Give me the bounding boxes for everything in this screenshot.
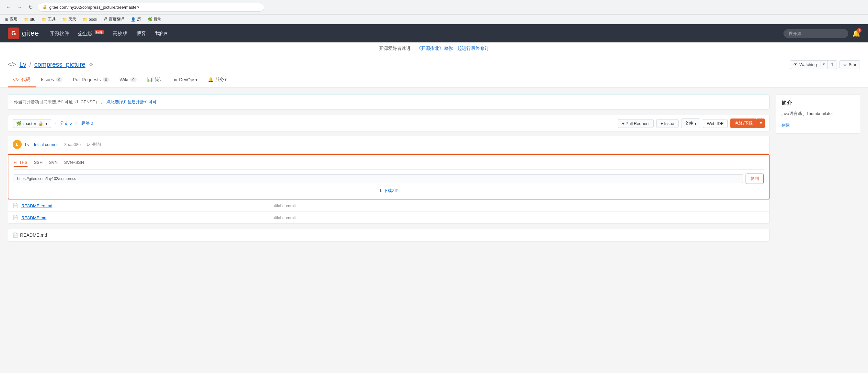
download-zip[interactable]: ⬇ 下载ZIP — [13, 188, 764, 194]
branch-selector[interactable]: 🌿 master 🔒 ▾ — [12, 119, 51, 128]
clone-tab-svnssh[interactable]: SVN+SSH — [64, 160, 84, 167]
nav-blog[interactable]: 博客 — [136, 30, 146, 37]
issue-button[interactable]: + Issue — [656, 119, 678, 128]
readme-title: README.md — [20, 232, 47, 238]
tag-count[interactable]: 标签 0 — [81, 120, 93, 126]
tab-stats[interactable]: 📊 统计 — [142, 73, 169, 87]
bookmark-book[interactable]: 📁 book — [81, 17, 98, 22]
commit-row: L Lv Initial commit 3aaa08e 1小时前 — [8, 136, 770, 153]
license-warning: 你当前开源项目尚未选择许可证（LICENSE）， 点此选择并创建开源许可可 — [8, 94, 770, 110]
watch-count[interactable]: 1 — [828, 61, 837, 69]
watch-label: Watching — [799, 62, 817, 67]
webide-button[interactable]: Web IDE — [703, 119, 728, 128]
commit-hash: 3aaa08e — [64, 142, 81, 147]
bookmark-tools[interactable]: 📁 工具 — [40, 16, 57, 23]
tab-services[interactable]: 🔔 服务▾ — [203, 73, 232, 87]
branch-name: master — [23, 121, 36, 126]
stats-icon: 📊 — [147, 77, 153, 82]
tab-pullrequests[interactable]: Pull Requests 0 — [68, 73, 115, 87]
repo-manage-icon[interactable]: ⚙ — [89, 62, 93, 68]
bookmark-catalog[interactable]: 🌿 目录 — [146, 16, 163, 23]
copy-button[interactable]: 复制 — [746, 174, 764, 184]
commit-message[interactable]: Initial commit — [34, 142, 59, 147]
bookmark-tiantian[interactable]: 📁 天天 — [61, 16, 78, 23]
repo-title: Lv / compress_picture — [20, 61, 86, 68]
gitee-header: G gitee 开源软件 企业版 特惠 高校版 博客 我的▾ 🔔 2 — [0, 24, 868, 42]
address-bar[interactable]: 🔒 gitee.com/lhy102/compress_picture/tree… — [37, 3, 264, 12]
commit-user[interactable]: Lv — [25, 142, 29, 147]
clone-tab-https[interactable]: HTTPS — [13, 160, 28, 167]
sidebar-create-link[interactable]: 创建 — [781, 123, 790, 128]
bookmark-translate[interactable]: 译 百度翻译 — [102, 16, 126, 23]
gitee-logo-text: gitee — [22, 29, 39, 37]
pr-badge: 0 — [103, 77, 109, 82]
readme-file-icon: 📄 — [12, 232, 18, 238]
lock-icon: 🔒 — [42, 5, 47, 9]
tab-code[interactable]: </> 代码 — [8, 73, 36, 87]
tab-issues[interactable]: Issues 0 — [36, 73, 68, 87]
gitee-logo-icon: G — [8, 28, 20, 39]
refresh-button[interactable]: ↻ — [26, 3, 35, 12]
clone-dropdown-arrow[interactable]: ▾ — [757, 119, 765, 128]
file-commit-readme-en: Initial commit — [271, 203, 765, 208]
bookmark-stu[interactable]: 📁 stu — [23, 17, 37, 22]
star-button[interactable]: ☆ Star — [840, 61, 860, 69]
license-create-link[interactable]: 点此选择并创建开源许可可 — [106, 99, 157, 105]
star-label: Star — [848, 62, 856, 67]
banner-link[interactable]: 《开源指北》邀你一起进行最终修订 — [416, 45, 489, 51]
repo-owner-link[interactable]: Lv — [20, 61, 26, 68]
file-btn-label: 文件 — [685, 120, 693, 126]
toolbar-divider-1: ᚱ — [54, 121, 57, 126]
clone-tab-ssh[interactable]: SSH — [34, 160, 43, 167]
commit-avatar: L — [12, 140, 22, 149]
tab-devops[interactable]: ∞ DevOps▾ — [169, 73, 203, 87]
toolbar-right: + Pull Request + Issue 文件 ▾ Web IDE 克隆/下… — [618, 119, 765, 128]
bookmarks-bar: ⊞ 应用 📁 stu 📁 工具 📁 天天 📁 book 译 百度翻译 👤 历 🌿… — [0, 14, 868, 24]
bookmark-tools-label: 工具 — [48, 17, 56, 22]
bookmark-history[interactable]: 👤 历 — [129, 16, 142, 23]
branch-icon: 🌿 — [16, 121, 21, 126]
wiki-badge: 0 — [130, 77, 137, 82]
nav-university[interactable]: 高校版 — [113, 30, 127, 37]
folder-icon-stu: 📁 — [24, 17, 29, 22]
sidebar-card: 简介 java语言基于Thumbnailator 创建 — [776, 94, 860, 134]
star-icon: ☆ — [843, 62, 847, 67]
license-warning-text: 你当前开源项目尚未选择许可证（LICENSE）， — [14, 99, 104, 105]
file-name-readme[interactable]: README.md — [21, 215, 268, 220]
search-input[interactable] — [783, 29, 848, 38]
bookmark-apps[interactable]: ⊞ 应用 — [4, 16, 19, 23]
forward-button[interactable]: → — [15, 3, 24, 12]
main-content: 你当前开源项目尚未选择许可证（LICENSE）， 点此选择并创建开源许可可 🌿 … — [0, 88, 868, 250]
clone-button[interactable]: 克隆/下载 — [730, 119, 757, 128]
catalog-icon: 🌿 — [147, 17, 152, 22]
clone-tab-svn[interactable]: SVN — [49, 160, 58, 167]
star-button-group: ☆ Star — [839, 60, 860, 69]
file-name-readme-en[interactable]: README.en.md — [21, 203, 268, 208]
file-button[interactable]: 文件 ▾ — [681, 119, 700, 128]
clone-button-group: 克隆/下载 ▾ — [730, 119, 765, 128]
pull-request-button[interactable]: + Pull Request — [618, 119, 654, 128]
enterprise-badge: 特惠 — [95, 30, 104, 34]
browser-chrome: ← → ↻ 🔒 gitee.com/lhy102/compress_pictur… — [0, 0, 868, 14]
download-zip-link[interactable]: 下载ZIP — [383, 188, 398, 193]
clone-tabs: HTTPS SSH SVN SVN+SSH — [13, 160, 764, 170]
clone-url-input[interactable] — [13, 174, 743, 183]
sidebar-description: java语言基于Thumbnailator — [781, 111, 855, 117]
branch-count[interactable]: 分支 5 — [60, 120, 72, 126]
nav-enterprise[interactable]: 企业版 特惠 — [78, 30, 104, 37]
issues-badge: 0 — [56, 77, 63, 82]
nav-mine[interactable]: 我的▾ — [155, 30, 167, 37]
gitee-logo[interactable]: G gitee — [8, 28, 39, 39]
watch-button[interactable]: 👁 Watching — [790, 61, 820, 69]
watch-button-group: 👁 Watching ▾ 1 — [790, 60, 837, 69]
repo-separator: / — [29, 61, 31, 68]
toolbar-divider-2: ◇ — [75, 121, 78, 126]
repo-tabs: </> 代码 Issues 0 Pull Requests 0 Wiki 0 📊… — [8, 73, 860, 87]
watch-dropdown-arrow[interactable]: ▾ — [820, 61, 828, 69]
readme-header: 📄 README.md — [8, 229, 769, 241]
back-button[interactable]: ← — [4, 3, 13, 12]
notification-button[interactable]: 🔔 2 — [852, 29, 860, 37]
repo-name-link[interactable]: compress_picture — [34, 61, 86, 68]
tab-wiki[interactable]: Wiki 0 — [114, 73, 142, 87]
nav-opensource[interactable]: 开源软件 — [50, 30, 69, 37]
